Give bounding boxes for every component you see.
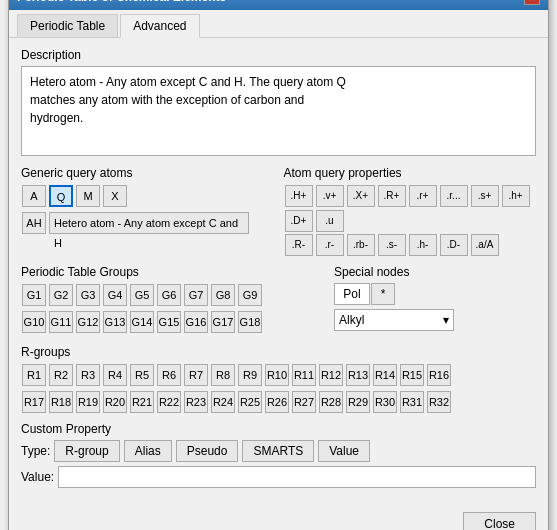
r-R31[interactable]: R31 xyxy=(400,391,424,413)
type-btn-pseudo[interactable]: Pseudo xyxy=(176,440,239,462)
prop-btn-.R+[interactable]: .R+ xyxy=(378,185,406,207)
r-R19[interactable]: R19 xyxy=(76,391,100,413)
atom-btn-M[interactable]: M xyxy=(76,185,100,207)
r-R22[interactable]: R22 xyxy=(157,391,181,413)
groups-section: Periodic Table Groups G1 G2 G3 G4 G5 G6 … xyxy=(21,265,536,337)
r-R16[interactable]: R16 xyxy=(427,364,451,386)
pol-input[interactable] xyxy=(334,283,370,305)
prop-btn-.a/A[interactable]: .a/A xyxy=(471,234,499,256)
atom-btn-hetero-tooltip[interactable]: Hetero atom - Any atom except C and H xyxy=(49,212,249,234)
custom-property-label: Custom Property xyxy=(21,422,536,436)
group-G15[interactable]: G15 xyxy=(157,311,181,333)
type-btn-alias[interactable]: Alias xyxy=(124,440,172,462)
group-G1[interactable]: G1 xyxy=(22,284,46,306)
r-R17[interactable]: R17 xyxy=(22,391,46,413)
r-R15[interactable]: R15 xyxy=(400,364,424,386)
r-R2[interactable]: R2 xyxy=(49,364,73,386)
r-R8[interactable]: R8 xyxy=(211,364,235,386)
r-R11[interactable]: R11 xyxy=(292,364,316,386)
group-G5[interactable]: G5 xyxy=(130,284,154,306)
r-groups-label: R-groups xyxy=(21,345,536,359)
prop-btn-.v+[interactable]: .v+ xyxy=(316,185,344,207)
groups-label: Periodic Table Groups xyxy=(21,265,324,279)
r-R25[interactable]: R25 xyxy=(238,391,262,413)
atom-btn-Q[interactable]: Q xyxy=(49,185,73,207)
r-R30[interactable]: R30 xyxy=(373,391,397,413)
r-R1[interactable]: R1 xyxy=(22,364,46,386)
group-G3[interactable]: G3 xyxy=(76,284,100,306)
r-R10[interactable]: R10 xyxy=(265,364,289,386)
atom-btn-X[interactable]: X xyxy=(103,185,127,207)
group-G8[interactable]: G8 xyxy=(211,284,235,306)
group-G16[interactable]: G16 xyxy=(184,311,208,333)
star-button[interactable]: * xyxy=(371,283,395,305)
r-R18[interactable]: R18 xyxy=(49,391,73,413)
group-G10[interactable]: G10 xyxy=(22,311,46,333)
type-btn-smarts[interactable]: SMARTS xyxy=(242,440,314,462)
type-btn-value[interactable]: Value xyxy=(318,440,370,462)
group-G4[interactable]: G4 xyxy=(103,284,127,306)
prop-btn-.r-[interactable]: .r- xyxy=(316,234,344,256)
prop-btn-.H+[interactable]: .H+ xyxy=(285,185,313,207)
description-label: Description xyxy=(21,48,536,62)
group-G11[interactable]: G11 xyxy=(49,311,73,333)
r-R4[interactable]: R4 xyxy=(103,364,127,386)
r-R27[interactable]: R27 xyxy=(292,391,316,413)
value-row: Value: xyxy=(21,466,536,488)
prop-btn-.D+[interactable]: .D+ xyxy=(285,210,313,232)
value-input[interactable] xyxy=(58,466,536,488)
r-R28[interactable]: R28 xyxy=(319,391,343,413)
r-R23[interactable]: R23 xyxy=(184,391,208,413)
prop-btn-.u[interactable]: .u xyxy=(316,210,344,232)
alkyl-label: Alkyl xyxy=(339,313,364,327)
tab-periodic-table[interactable]: Periodic Table xyxy=(17,14,118,37)
r-R5[interactable]: R5 xyxy=(130,364,154,386)
r-R14[interactable]: R14 xyxy=(373,364,397,386)
generic-query-atoms: Generic query atoms A Q M X AH Hetero at… xyxy=(21,166,274,257)
atom-query-props: Atom query properties .H+ .v+ .X+ .R+ .r… xyxy=(284,166,537,257)
description-text: Hetero atom - Any atom except C and H. T… xyxy=(21,66,536,156)
prop-btn-.D-[interactable]: .D- xyxy=(440,234,468,256)
type-btn-rgroup[interactable]: R-group xyxy=(54,440,119,462)
atom-btn-AH[interactable]: AH xyxy=(22,212,46,234)
prop-btn-.s+[interactable]: .s+ xyxy=(471,185,499,207)
r-R6[interactable]: R6 xyxy=(157,364,181,386)
r-R7[interactable]: R7 xyxy=(184,364,208,386)
prop-btn-.R-[interactable]: .R- xyxy=(285,234,313,256)
r-R21[interactable]: R21 xyxy=(130,391,154,413)
close-icon[interactable]: ✕ xyxy=(524,0,540,5)
r-R20[interactable]: R20 xyxy=(103,391,127,413)
close-button[interactable]: Close xyxy=(463,512,536,530)
r-R12[interactable]: R12 xyxy=(319,364,343,386)
group-G17[interactable]: G17 xyxy=(211,311,235,333)
prop-btn-.rb-[interactable]: .rb- xyxy=(347,234,375,256)
group-G13[interactable]: G13 xyxy=(103,311,127,333)
prop-btn-.r+[interactable]: .r+ xyxy=(409,185,437,207)
r-R13[interactable]: R13 xyxy=(346,364,370,386)
special-nodes-row1: * xyxy=(334,283,536,305)
r-R9[interactable]: R9 xyxy=(238,364,262,386)
r-R32[interactable]: R32 xyxy=(427,391,451,413)
group-G2[interactable]: G2 xyxy=(49,284,73,306)
prop-btn-.h+[interactable]: .h+ xyxy=(502,185,530,207)
prop-btn-.X+[interactable]: .X+ xyxy=(347,185,375,207)
generic-query-label: Generic query atoms xyxy=(21,166,274,180)
group-G18[interactable]: G18 xyxy=(238,311,262,333)
prop-btn-.r...[interactable]: .r... xyxy=(440,185,468,207)
group-G14[interactable]: G14 xyxy=(130,311,154,333)
r-R3[interactable]: R3 xyxy=(76,364,100,386)
r-R26[interactable]: R26 xyxy=(265,391,289,413)
atom-btn-A[interactable]: A xyxy=(22,185,46,207)
r-R29[interactable]: R29 xyxy=(346,391,370,413)
title-bar: Periodic Table of Chemical Elements ✕ xyxy=(9,0,548,10)
prop-btn-.h-[interactable]: .h- xyxy=(409,234,437,256)
r-R24[interactable]: R24 xyxy=(211,391,235,413)
group-G9[interactable]: G9 xyxy=(238,284,262,306)
prop-btn-.s-[interactable]: .s- xyxy=(378,234,406,256)
alkyl-dropdown[interactable]: Alkyl ▾ xyxy=(334,309,454,331)
tab-advanced[interactable]: Advanced xyxy=(120,14,199,38)
group-G12[interactable]: G12 xyxy=(76,311,100,333)
group-G7[interactable]: G7 xyxy=(184,284,208,306)
type-label: Type: xyxy=(21,444,50,458)
group-G6[interactable]: G6 xyxy=(157,284,181,306)
